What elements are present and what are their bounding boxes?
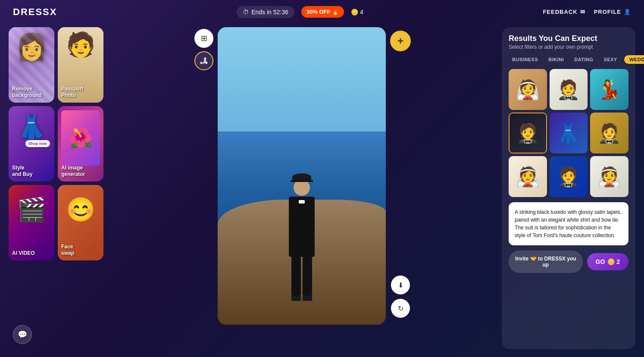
feedback-link[interactable]: FEEDBACK ✉ — [543, 9, 585, 15]
go-label: GO — [596, 258, 605, 265]
ai-video-card[interactable]: 🎬 AI VIDEO — [9, 185, 54, 260]
person-right-foot — [303, 296, 312, 301]
person-left-leg — [291, 257, 301, 296]
ai-gen-label: AI imagegenerator — [61, 165, 85, 178]
card-row-2: 👗 Shop now Styleand Buy 🌺 AI imagegenera… — [9, 106, 103, 182]
bottom-actions: Invite 🤝 to DRESSX you up GO 🪙 2 — [509, 251, 628, 273]
results-subtitle: Select filters or add your own prompt — [509, 44, 628, 50]
go-coins: 🪙 2 — [607, 258, 620, 265]
filter-business[interactable]: BUSINESS — [509, 55, 541, 64]
result-thumb-7[interactable]: 👰 — [509, 156, 547, 197]
discount-badge[interactable]: 30% OFF 🔥 — [301, 6, 344, 18]
download-button[interactable]: ⬇ — [391, 276, 410, 294]
grid-tool-button[interactable]: ⊞ — [194, 29, 213, 48]
result-thumb-5[interactable]: 👗 — [550, 113, 588, 153]
tuxedo-figure — [289, 179, 315, 301]
passport-label: PassportPhoto — [61, 86, 83, 99]
face-swap-card[interactable]: 😊 Faceswap — [58, 185, 103, 260]
middle-panel: ⊞ 🏞 — [109, 24, 497, 353]
remove-background-card[interactable]: 👩 Removebackground — [9, 27, 54, 103]
person-feet — [291, 296, 312, 301]
discount-label: 30% OFF 🔥 — [306, 9, 339, 15]
left-toolbar: ⊞ 🏞 — [194, 27, 213, 70]
person-left-foot — [291, 296, 301, 301]
main-content: 👩 Removebackground 🧑 PassportPhoto � — [0, 24, 644, 357]
remove-bg-label: Removebackground — [12, 86, 42, 99]
header-center: ⏱ Ends in 52:36 30% OFF 🔥 🪙 4 — [237, 6, 363, 18]
timer-icon: ⏱ — [243, 9, 249, 16]
mail-icon: ✉ — [580, 9, 585, 15]
chat-icon: 💬 — [18, 330, 27, 339]
filter-dating[interactable]: DATING — [571, 55, 597, 64]
main-image — [218, 27, 386, 325]
filter-bikini[interactable]: BIKINI — [545, 55, 567, 64]
invite-button[interactable]: Invite 🤝 to DRESSX you up — [509, 251, 583, 273]
person-head — [294, 179, 310, 196]
coins-badge: 🪙 4 — [351, 9, 363, 16]
invite-label: Invite 🤝 to DRESSX you up — [515, 256, 577, 268]
filter-sexy[interactable]: SEXY — [600, 55, 621, 64]
shop-now-tag: Shop now — [25, 140, 50, 147]
profile-link[interactable]: PROFILE 👤 — [594, 9, 631, 15]
results-grid: 👰 🤵 💃 🤵 👗 🤵 👰 🤵 — [509, 69, 628, 197]
coins-label: 🪙 4 — [351, 9, 363, 16]
result-thumb-4[interactable]: 🤵 — [509, 113, 547, 153]
result-thumb-9[interactable]: 👰 — [590, 156, 628, 197]
add-button[interactable]: + — [390, 31, 411, 51]
result-thumb-1[interactable]: 👰 — [509, 69, 547, 110]
results-header: Results You Can Expect Select filters or… — [509, 34, 628, 50]
card-row-3: 🎬 AI VIDEO 😊 Faceswap — [9, 185, 103, 260]
style-buy-card[interactable]: 👗 Shop now Styleand Buy — [9, 106, 54, 182]
go-button[interactable]: GO 🪙 2 — [587, 253, 628, 270]
filter-tabs: BUSINESS BIKINI DATING SEXY WEDDING › — [509, 55, 628, 64]
results-title: Results You Can Expect — [509, 34, 628, 43]
person-body — [289, 197, 315, 257]
card-row-1: 👩 Removebackground 🧑 PassportPhoto — [9, 27, 103, 103]
chat-button[interactable]: 💬 — [13, 325, 32, 344]
passport-photo-card[interactable]: 🧑 PassportPhoto — [58, 27, 103, 103]
result-thumb-2[interactable]: 🤵 — [550, 69, 588, 110]
style-buy-label: Styleand Buy — [12, 165, 32, 178]
face-swap-label: Faceswap — [61, 244, 74, 257]
ai-video-label: AI VIDEO — [12, 250, 35, 257]
ocean-scene — [218, 27, 386, 325]
ai-image-generator-card[interactable]: 🌺 AI imagegenerator — [58, 106, 103, 182]
person-bow-tie — [299, 200, 305, 204]
timer-badge: ⏱ Ends in 52:36 — [237, 6, 294, 18]
logo: DRESSX — [13, 6, 57, 18]
person-hat — [292, 173, 311, 181]
description-text: A striking black tuxedo with glossy sati… — [515, 209, 622, 238]
timer-label: Ends in 52:36 — [251, 9, 288, 16]
right-action-column: + ⬇ ↻ — [390, 27, 411, 318]
result-thumb-6[interactable]: 🤵 — [590, 113, 628, 153]
profile-label: PROFILE — [594, 9, 621, 15]
image-tool-button[interactable]: 🏞 — [194, 51, 213, 70]
feedback-label: FEEDBACK — [543, 9, 577, 15]
header-right: FEEDBACK ✉ PROFILE 👤 — [543, 9, 631, 15]
description-box: A striking black tuxedo with glossy sati… — [509, 202, 628, 245]
filter-wedding[interactable]: WEDDING — [624, 55, 644, 64]
header: DRESSX ⏱ Ends in 52:36 30% OFF 🔥 🪙 4 FEE… — [0, 0, 644, 24]
person-right-leg — [303, 257, 312, 296]
person-legs — [291, 257, 312, 296]
person-icon: 👤 — [624, 9, 631, 15]
right-panel: Results You Can Expect Select filters or… — [502, 27, 635, 349]
result-thumb-8[interactable]: 🤵 — [550, 156, 588, 197]
result-thumb-3[interactable]: 💃 — [590, 69, 628, 110]
left-panel: 👩 Removebackground 🧑 PassportPhoto � — [9, 24, 103, 353]
share-button[interactable]: ↻ — [391, 299, 410, 318]
